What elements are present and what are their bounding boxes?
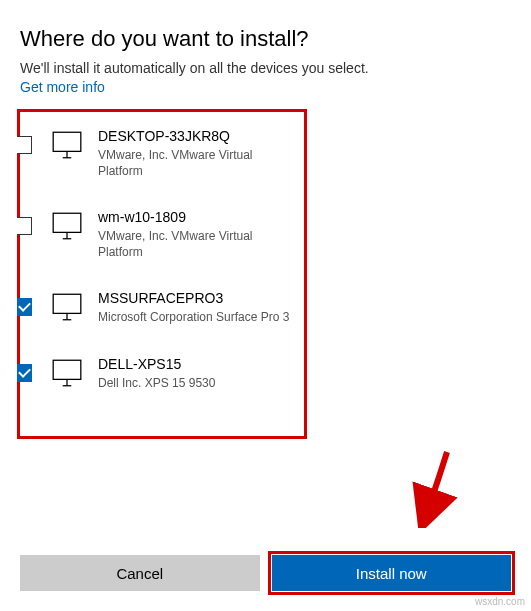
device-name: DESKTOP-33JKR8Q	[98, 128, 296, 144]
button-row: Cancel Install now	[20, 555, 511, 591]
page-subtitle: We'll install it automatically on all th…	[20, 60, 511, 76]
watermark: wsxdn.com	[475, 596, 525, 607]
arrow-annotation-icon	[409, 444, 459, 532]
device-checkbox[interactable]	[17, 136, 32, 154]
svg-rect-3	[53, 213, 81, 232]
page-title: Where do you want to install?	[20, 26, 511, 52]
device-row: MSSURFACEPRO3 Microsoft Corporation Surf…	[20, 282, 296, 348]
device-desc: VMware, Inc. VMware Virtual Platform	[98, 148, 296, 179]
device-row: DESKTOP-33JKR8Q VMware, Inc. VMware Virt…	[20, 120, 296, 201]
device-desc: Dell Inc. XPS 15 9530	[98, 376, 296, 392]
device-checkbox[interactable]	[17, 364, 32, 382]
device-name: DELL-XPS15	[98, 356, 296, 372]
svg-rect-0	[53, 132, 81, 151]
device-desc: VMware, Inc. VMware Virtual Platform	[98, 229, 296, 260]
device-name: MSSURFACEPRO3	[98, 290, 296, 306]
monitor-icon	[50, 356, 84, 390]
device-row: DELL-XPS15 Dell Inc. XPS 15 9530	[20, 348, 296, 400]
monitor-icon	[50, 290, 84, 324]
install-button[interactable]: Install now	[272, 555, 512, 591]
device-checkbox[interactable]	[17, 298, 32, 316]
device-list: DESKTOP-33JKR8Q VMware, Inc. VMware Virt…	[17, 109, 307, 439]
monitor-icon	[50, 209, 84, 243]
info-link[interactable]: Get more info	[20, 79, 105, 95]
svg-rect-6	[53, 295, 81, 314]
device-name: wm-w10-1809	[98, 209, 296, 225]
device-desc: Microsoft Corporation Surface Pro 3	[98, 310, 296, 326]
device-row: wm-w10-1809 VMware, Inc. VMware Virtual …	[20, 201, 296, 282]
device-checkbox[interactable]	[17, 217, 32, 235]
monitor-icon	[50, 128, 84, 162]
svg-rect-9	[53, 360, 81, 379]
cancel-button[interactable]: Cancel	[20, 555, 260, 591]
